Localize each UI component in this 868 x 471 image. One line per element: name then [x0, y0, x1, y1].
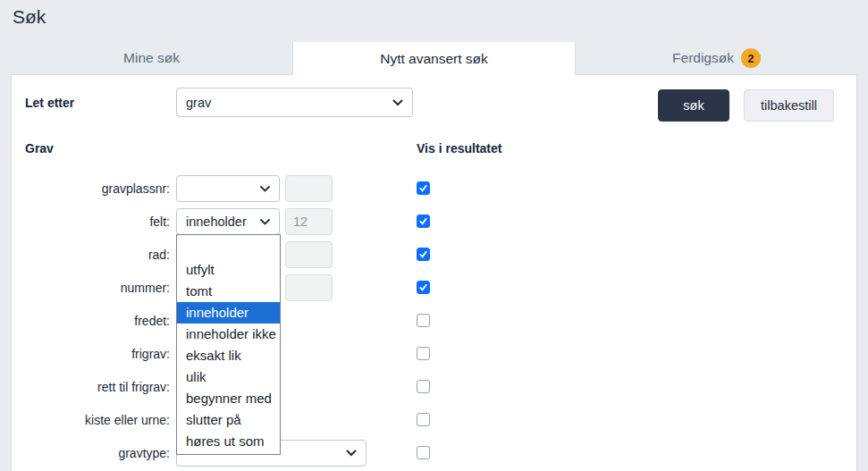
- dropdown-option-utfylt[interactable]: utfylt: [177, 259, 280, 281]
- tab-label: Ferdigsøk: [672, 50, 734, 66]
- let-etter-select[interactable]: grav: [176, 88, 413, 117]
- dropdown-option-tomt[interactable]: tomt: [177, 281, 280, 302]
- check-icon: [418, 216, 428, 226]
- row-label-gravtype: gravtype:: [18, 444, 170, 462]
- dropdown-option-inneholder[interactable]: inneholder: [177, 302, 280, 324]
- sok-button[interactable]: søk: [658, 89, 729, 122]
- tab-nytt-avansert-sok[interactable]: Nytt avansert søk: [292, 42, 576, 75]
- dropdown-option-ulik[interactable]: ulik: [177, 366, 280, 388]
- felt-value-input[interactable]: [285, 208, 333, 235]
- checkbox-frigrav[interactable]: [417, 347, 430, 360]
- chevron-down-icon: [392, 99, 403, 106]
- let-etter-selected-value: grav: [186, 96, 211, 110]
- check-icon: [418, 183, 428, 193]
- tab-mine-sok[interactable]: Mine søk: [11, 42, 292, 75]
- count-badge: 2: [741, 48, 761, 68]
- check-icon: [418, 282, 428, 292]
- row-label-nummer: nummer:: [18, 279, 170, 297]
- checkbox-rett-til-frigrav[interactable]: [417, 380, 430, 393]
- tab-label: Mine søk: [123, 50, 180, 66]
- row-label-rad: rad:: [18, 246, 170, 264]
- section-title: Grav: [25, 139, 54, 157]
- checkbox-fredet[interactable]: [417, 314, 430, 327]
- rad-value-input[interactable]: [285, 241, 333, 268]
- row-label-felt: felt:: [18, 213, 170, 231]
- checkbox-gravtype[interactable]: [417, 446, 430, 459]
- tab-label: Nytt avansert søk: [380, 51, 488, 67]
- tab-ferdigsok[interactable]: Ferdigsøk 2: [576, 42, 857, 75]
- tab-bar: Mine søk Nytt avansert søk Ferdigsøk 2: [11, 42, 857, 75]
- checkbox-felt[interactable]: [417, 214, 430, 228]
- row-label-fredet: fredet:: [18, 312, 170, 330]
- results-column-header: Vis i resultatet: [417, 139, 501, 157]
- nummer-value-input[interactable]: [285, 274, 333, 301]
- let-etter-label: Let etter: [25, 94, 74, 112]
- dropdown-option-eksakt-lik[interactable]: eksakt lik: [177, 345, 280, 366]
- page-title: Søk: [13, 6, 46, 28]
- dropdown-option-inneholder-ikke[interactable]: inneholder ikke: [177, 324, 280, 345]
- chevron-down-icon: [260, 219, 270, 225]
- check-icon: [418, 249, 428, 259]
- checkbox-rad[interactable]: [417, 248, 430, 261]
- row-label-gravplassnr: gravplassnr:: [18, 180, 170, 198]
- dropdown-option-blank[interactable]: [177, 238, 280, 259]
- gravplassnr-operator-select[interactable]: [176, 175, 280, 202]
- operator-dropdown-list: utfylt tomt inneholder inneholder ikke e…: [176, 234, 281, 455]
- felt-operator-select[interactable]: inneholder: [176, 208, 280, 235]
- operator-value: inneholder: [186, 214, 247, 229]
- chevron-down-icon: [346, 450, 357, 457]
- checkbox-gravplassnr[interactable]: [417, 181, 430, 195]
- row-label-kiste-eller-urne: kiste eller urne:: [18, 411, 170, 429]
- gravplassnr-value-input[interactable]: [285, 175, 333, 202]
- row-label-rett-til-frigrav: rett til frigrav:: [18, 378, 170, 396]
- row-label-frigrav: frigrav:: [18, 345, 170, 363]
- checkbox-kiste-eller-urne[interactable]: [417, 413, 430, 426]
- dropdown-option-hores-ut-som[interactable]: høres ut som: [177, 431, 280, 452]
- dropdown-option-slutter-pa[interactable]: slutter på: [177, 409, 280, 431]
- tilbakestill-button[interactable]: tilbakestill: [744, 89, 834, 122]
- checkbox-nummer[interactable]: [417, 281, 430, 294]
- dropdown-option-begynner-med[interactable]: begynner med: [177, 388, 280, 409]
- chevron-down-icon: [260, 186, 270, 192]
